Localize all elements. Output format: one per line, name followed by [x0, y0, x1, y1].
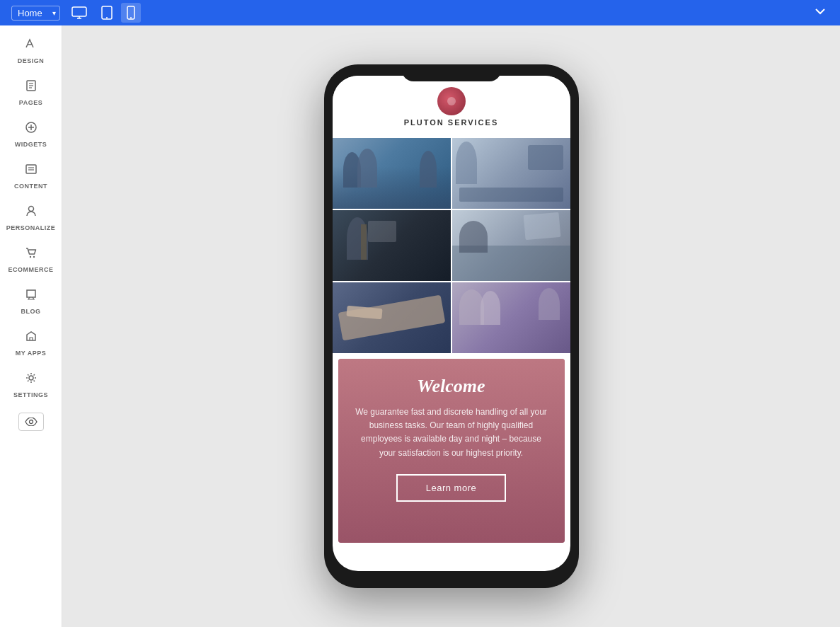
desktop-icon — [71, 6, 87, 19]
svg-point-6 — [130, 17, 132, 18]
grid-image-5 — [333, 282, 451, 353]
welcome-section: Welcome We guarantee fast and discrete h… — [338, 359, 565, 543]
personalize-icon — [24, 204, 38, 222]
tablet-icon — [101, 6, 113, 20]
svg-rect-0 — [72, 7, 86, 16]
svg-rect-15 — [26, 165, 36, 173]
tablet-view-button[interactable] — [96, 3, 118, 23]
mobile-view-button[interactable] — [121, 3, 141, 23]
phone-notch — [402, 64, 501, 81]
sidebar-item-blog[interactable]: BLOG — [0, 282, 62, 321]
svg-point-4 — [106, 17, 108, 18]
sidebar-item-widgets[interactable]: WIDGETS — [0, 115, 62, 154]
widgets-label: WIDGETS — [15, 141, 47, 148]
chevron-down-icon — [812, 3, 829, 20]
sidebar-item-personalize[interactable]: PERSONALIZE — [0, 198, 62, 237]
svg-point-21 — [29, 376, 33, 380]
phone-mockup: PLUTON SERVICES — [324, 64, 579, 588]
image-grid — [333, 138, 570, 353]
settings-label: SETTINGS — [13, 391, 48, 398]
top-bar-right — [812, 3, 829, 23]
blog-label: BLOG — [21, 308, 41, 315]
svg-point-18 — [28, 207, 33, 212]
svg-point-20 — [33, 256, 34, 258]
sidebar-item-pages[interactable]: PAGES — [0, 73, 62, 112]
design-label: DESIGN — [18, 57, 45, 64]
site-logo — [437, 87, 466, 115]
phone-screen-inner[interactable]: PLUTON SERVICES — [333, 76, 570, 571]
svg-point-22 — [29, 420, 33, 424]
site-logo-inner — [447, 97, 456, 105]
sidebar-item-my-apps[interactable]: MY APPS — [0, 323, 62, 362]
personalize-label: PERSONALIZE — [6, 224, 56, 231]
page-selector[interactable]: Home — [11, 6, 60, 21]
svg-point-19 — [29, 256, 30, 258]
pages-icon — [24, 79, 38, 96]
my-apps-icon — [24, 329, 38, 347]
sidebar-item-content[interactable]: CONTENT — [0, 156, 62, 195]
main-layout: DESIGN PAGES WIDGETS CONTENT PERSONALIZE — [0, 25, 840, 627]
design-icon — [24, 37, 38, 54]
welcome-title: Welcome — [352, 376, 551, 397]
phone-screen: PLUTON SERVICES — [333, 76, 570, 571]
sidebar-item-design[interactable]: DESIGN — [0, 31, 62, 70]
device-icons — [66, 3, 141, 23]
eye-preview-button[interactable] — [18, 413, 44, 431]
eye-icon — [25, 418, 38, 426]
sidebar-item-ecommerce[interactable]: ECOMMERCE — [0, 240, 62, 279]
widgets-icon — [24, 120, 38, 138]
grid-image-6 — [452, 282, 570, 353]
learn-more-button[interactable]: Learn more — [396, 474, 506, 502]
pages-label: PAGES — [19, 99, 42, 106]
mobile-icon — [127, 6, 135, 20]
welcome-text: We guarantee fast and discrete handling … — [352, 405, 551, 460]
top-bar-left: Home ▾ — [11, 3, 141, 23]
ecommerce-icon — [24, 246, 38, 263]
grid-image-1 — [333, 138, 451, 209]
chevron-down-button[interactable] — [812, 3, 829, 23]
grid-image-4 — [452, 210, 570, 281]
company-name: PLUTON SERVICES — [404, 118, 499, 127]
blog-icon — [24, 287, 38, 305]
content-icon — [24, 162, 38, 180]
welcome-content: Welcome We guarantee fast and discrete h… — [352, 376, 551, 502]
settings-icon — [24, 371, 38, 389]
top-bar: Home ▾ — [0, 0, 840, 25]
desktop-view-button[interactable] — [66, 4, 93, 22]
page-selector-wrapper: Home ▾ — [11, 6, 60, 21]
my-apps-label: MY APPS — [16, 350, 47, 357]
site-header: PLUTON SERVICES — [333, 76, 570, 138]
ecommerce-label: ECOMMERCE — [8, 266, 53, 273]
grid-image-3 — [333, 210, 451, 281]
grid-image-2 — [452, 138, 570, 209]
sidebar: DESIGN PAGES WIDGETS CONTENT PERSONALIZE — [0, 25, 62, 627]
content-label: CONTENT — [14, 183, 47, 190]
sidebar-item-settings[interactable]: SETTINGS — [0, 365, 62, 404]
content-area: PLUTON SERVICES — [62, 25, 840, 627]
